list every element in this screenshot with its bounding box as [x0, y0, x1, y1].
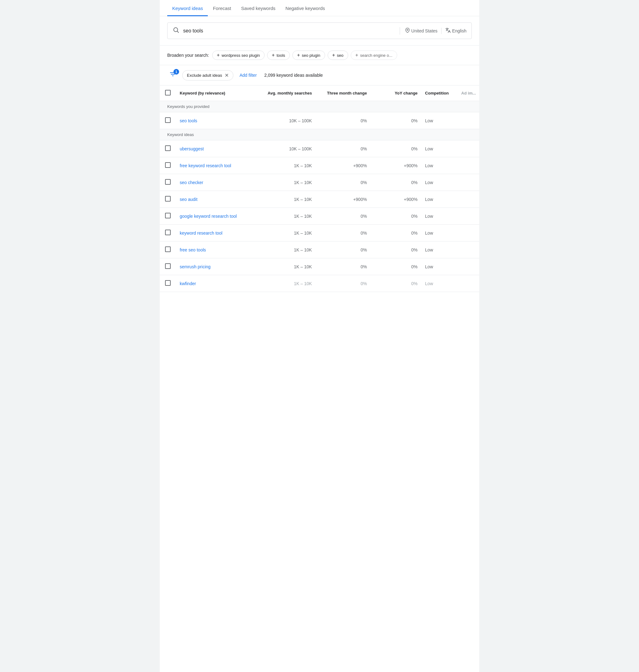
row-checkbox-input[interactable]	[165, 196, 171, 202]
row-keyword[interactable]: keyword research tool	[176, 224, 255, 241]
row-checkbox-input[interactable]	[165, 145, 171, 151]
select-all-checkbox[interactable]	[165, 90, 171, 95]
broaden-pill-label-1: tools	[277, 53, 285, 58]
row-yoy: 0%	[371, 224, 421, 241]
row-checkbox[interactable]	[160, 208, 176, 224]
row-checkbox-input[interactable]	[165, 117, 171, 123]
row-keyword[interactable]: free seo tools	[176, 241, 255, 258]
table-row-idea-7: semrush pricing 1K – 10K 0% 0% Low	[160, 258, 479, 275]
row-yoy: +900%	[371, 157, 421, 174]
row-checkbox-input[interactable]	[165, 280, 171, 286]
svg-point-2	[407, 29, 408, 30]
row-yoy: 0%	[371, 275, 421, 292]
row-avg-monthly: 10K – 100K	[255, 112, 315, 129]
row-keyword[interactable]: google keyword research tool	[176, 208, 255, 224]
filter-chip-adult[interactable]: Exclude adult ideas ✕	[182, 70, 233, 80]
row-avg-monthly: 1K – 10K	[255, 258, 315, 275]
keyword-table: Keyword (by relevance) Avg. monthly sear…	[160, 85, 479, 292]
tab-negative-keywords[interactable]: Negative keywords	[280, 0, 330, 16]
broaden-pill-4[interactable]: + search engine o...	[351, 50, 397, 60]
row-keyword[interactable]: semrush pricing	[176, 258, 255, 275]
row-keyword[interactable]: seo audit	[176, 191, 255, 208]
search-bar-section: United States English	[160, 16, 479, 46]
broaden-pill-label-2: seo plugin	[302, 53, 320, 58]
broaden-pill-1[interactable]: + tools	[267, 50, 290, 60]
plus-icon-0: +	[217, 53, 220, 58]
row-checkbox[interactable]	[160, 112, 176, 129]
tabs-nav: Keyword ideas Forecast Saved keywords Ne…	[160, 0, 479, 16]
tab-forecast[interactable]: Forecast	[208, 0, 236, 16]
row-yoy: 0%	[371, 140, 421, 157]
row-checkbox-input[interactable]	[165, 213, 171, 218]
row-checkbox[interactable]	[160, 224, 176, 241]
row-yoy: +900%	[371, 191, 421, 208]
header-competition[interactable]: Competition	[421, 85, 457, 101]
search-location[interactable]: United States	[405, 28, 437, 34]
row-three-month: 0%	[316, 140, 371, 157]
row-avg-monthly: 1K – 10K	[255, 174, 315, 191]
add-filter-button[interactable]: Add filter	[237, 71, 259, 80]
header-keyword[interactable]: Keyword (by relevance)	[176, 85, 255, 101]
row-checkbox-input[interactable]	[165, 263, 171, 269]
header-three-month[interactable]: Three month change	[316, 85, 371, 101]
row-competition: Low	[421, 157, 457, 174]
search-input[interactable]	[183, 28, 395, 34]
row-extra	[457, 258, 479, 275]
broaden-pill-0[interactable]: + wordpress seo plugin	[212, 50, 265, 60]
row-checkbox[interactable]	[160, 241, 176, 258]
tab-saved-keywords[interactable]: Saved keywords	[236, 0, 280, 16]
row-avg-monthly: 1K – 10K	[255, 224, 315, 241]
row-checkbox[interactable]	[160, 258, 176, 275]
broaden-pill-3[interactable]: + seo	[328, 50, 348, 60]
row-checkbox[interactable]	[160, 275, 176, 292]
header-avg-monthly[interactable]: Avg. monthly searches	[255, 85, 315, 101]
row-checkbox-input[interactable]	[165, 179, 171, 185]
row-checkbox-input[interactable]	[165, 162, 171, 168]
table-row-idea-6: free seo tools 1K – 10K 0% 0% Low	[160, 241, 479, 258]
row-avg-monthly: 1K – 10K	[255, 157, 315, 174]
row-three-month: 0%	[316, 174, 371, 191]
row-competition: Low	[421, 241, 457, 258]
row-competition: Low	[421, 258, 457, 275]
header-yoy[interactable]: YoY change	[371, 85, 421, 101]
table-row-idea-8: kwfinder 1K – 10K 0% 0% Low	[160, 275, 479, 292]
row-extra	[457, 112, 479, 129]
row-three-month: 0%	[316, 258, 371, 275]
row-extra	[457, 275, 479, 292]
row-keyword[interactable]: seo checker	[176, 174, 255, 191]
table-body: Keywords you provided seo tools 10K – 10…	[160, 101, 479, 292]
search-language[interactable]: English	[445, 28, 466, 34]
row-checkbox[interactable]	[160, 191, 176, 208]
table-row-idea-4: google keyword research tool 1K – 10K 0%…	[160, 208, 479, 224]
row-avg-monthly: 1K – 10K	[255, 208, 315, 224]
broaden-pill-2[interactable]: + seo plugin	[292, 50, 325, 60]
row-checkbox[interactable]	[160, 157, 176, 174]
row-keyword[interactable]: free keyword research tool	[176, 157, 255, 174]
row-checkbox-input[interactable]	[165, 230, 171, 235]
broaden-pill-label-3: seo	[337, 53, 344, 58]
row-keyword[interactable]: kwfinder	[176, 275, 255, 292]
row-competition: Low	[421, 208, 457, 224]
row-competition: Low	[421, 140, 457, 157]
row-yoy: 0%	[371, 112, 421, 129]
table-row-idea-1: free keyword research tool 1K – 10K +900…	[160, 157, 479, 174]
row-checkbox-input[interactable]	[165, 247, 171, 252]
filter-icon-wrapper[interactable]: 1	[167, 69, 178, 81]
tab-keyword-ideas[interactable]: Keyword ideas	[167, 0, 208, 16]
row-keyword[interactable]: seo tools	[176, 112, 255, 129]
row-keyword[interactable]: ubersuggest	[176, 140, 255, 157]
row-three-month: 0%	[316, 275, 371, 292]
header-checkbox-col[interactable]	[160, 85, 176, 101]
table-row-idea-3: seo audit 1K – 10K +900% +900% Low	[160, 191, 479, 208]
filter-chip-close-icon[interactable]: ✕	[225, 73, 229, 78]
header-ad-impr[interactable]: Ad im...	[457, 85, 479, 101]
row-competition: Low	[421, 174, 457, 191]
row-competition: Low	[421, 275, 457, 292]
row-checkbox[interactable]	[160, 140, 176, 157]
row-checkbox[interactable]	[160, 174, 176, 191]
translate-icon	[445, 28, 451, 34]
section-header-ideas: Keyword ideas	[160, 129, 479, 140]
row-yoy: 0%	[371, 208, 421, 224]
location-text: United States	[411, 28, 437, 33]
table-row-provided-0: seo tools 10K – 100K 0% 0% Low	[160, 112, 479, 129]
